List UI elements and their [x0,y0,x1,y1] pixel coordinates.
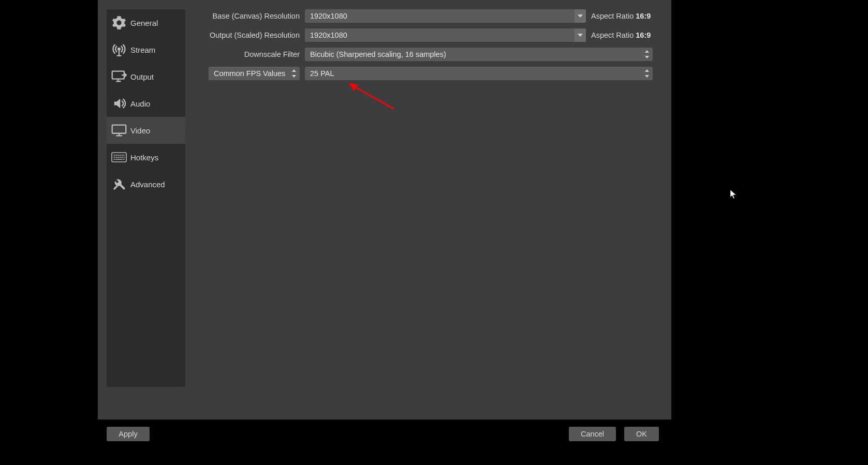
base-resolution-row: Base (Canvas) Resolution 1920x1080 Aspec… [196,9,661,23]
sidebar-item-label: Video [130,126,150,135]
monitor-icon [110,121,128,140]
sidebar-item-audio[interactable]: Audio [107,90,185,117]
ok-button[interactable]: OK [624,427,659,441]
output-aspect-ratio: Aspect Ratio 16:9 [591,31,651,39]
sidebar-item-label: Advanced [130,180,165,189]
downscale-filter-row: Downscale Filter Bicubic (Sharpened scal… [196,48,661,61]
fps-value: 25 PAL [310,69,334,78]
fps-row: Common FPS Values 25 PAL [196,67,661,80]
annotation-arrow [349,83,395,111]
settings-sidebar: General Stream Output Audio [107,9,185,387]
updown-icon [644,69,650,78]
fps-mode-value: Common FPS Values [214,69,285,78]
sidebar-item-general[interactable]: General [107,9,185,36]
chevron-down-icon [575,28,586,42]
base-resolution-combo[interactable]: 1920x1080 [305,9,586,23]
output-resolution-value: 1920x1080 [310,31,347,39]
base-resolution-label: Base (Canvas) Resolution [196,12,300,20]
antenna-icon [110,40,128,59]
fps-mode-combo[interactable]: Common FPS Values [209,67,300,80]
updown-icon [644,50,650,58]
downscale-filter-combo[interactable]: Bicubic (Sharpened scaling, 16 samples) [305,48,653,61]
svg-rect-2 [112,125,126,133]
base-aspect-ratio: Aspect Ratio 16:9 [591,12,651,20]
dialog-footer: Apply Cancel OK [98,419,671,448]
sidebar-item-output[interactable]: Output [107,63,185,90]
svg-line-4 [353,86,393,109]
settings-window: General Stream Output Audio [98,0,671,419]
sidebar-item-label: Stream [130,46,155,54]
sidebar-item-label: Output [130,72,154,81]
output-icon [110,67,128,86]
apply-button[interactable]: Apply [107,427,150,441]
speaker-icon [110,94,128,113]
sidebar-item-hotkeys[interactable]: Hotkeys [107,144,185,171]
output-resolution-row: Output (Scaled) Resolution 1920x1080 Asp… [196,28,661,42]
downscale-filter-value: Bicubic (Sharpened scaling, 16 samples) [310,50,446,58]
downscale-filter-label: Downscale Filter [196,50,300,58]
updown-icon [291,69,297,78]
sidebar-item-label: Audio [130,99,150,108]
sidebar-item-stream[interactable]: Stream [107,36,185,63]
sidebar-item-label: General [130,19,158,27]
sidebar-item-video[interactable]: Video [107,117,185,144]
sidebar-item-label: Hotkeys [130,153,158,162]
cancel-button[interactable]: Cancel [569,427,616,441]
gear-icon [110,13,128,32]
video-settings-panel: Base (Canvas) Resolution 1920x1080 Aspec… [196,9,661,86]
tools-icon [110,175,128,193]
base-resolution-value: 1920x1080 [310,12,347,20]
fps-value-combo[interactable]: 25 PAL [305,67,653,80]
sidebar-item-advanced[interactable]: Advanced [107,171,185,198]
output-resolution-combo[interactable]: 1920x1080 [305,28,586,42]
output-resolution-label: Output (Scaled) Resolution [196,31,300,39]
chevron-down-icon [575,9,586,23]
cursor-icon [730,190,738,199]
keyboard-icon [110,148,128,167]
